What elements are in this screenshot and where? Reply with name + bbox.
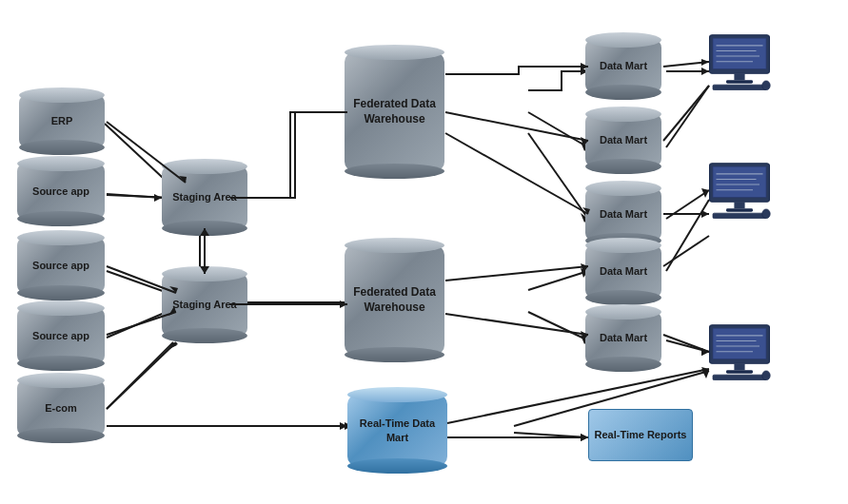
federated-dw-2-cylinder: Federated Data Warehouse (345, 245, 444, 355)
source-app-2-cylinder: Source app (17, 238, 105, 293)
svg-line-68 (445, 112, 588, 141)
realtime-dm-label: Real-Time Data Mart (347, 417, 447, 444)
erp-cylinder: ERP (19, 95, 105, 147)
svg-marker-89 (581, 434, 588, 441)
federated-dw-1-cylinder: Federated Data Warehouse (345, 52, 444, 171)
svg-rect-45 (713, 85, 766, 90)
data-mart-5-label: Data Mart (600, 331, 647, 344)
svg-line-80 (445, 314, 588, 335)
realtime-dm-cylinder: Real-Time Data Mart (347, 395, 447, 466)
svg-rect-43 (734, 73, 744, 80)
svg-rect-38 (713, 38, 766, 68)
staging-area-2-label: Staging Area (172, 298, 236, 311)
data-mart-4-label: Data Mart (600, 264, 647, 278)
svg-point-56 (762, 209, 770, 219)
svg-rect-55 (713, 213, 766, 219)
svg-line-82 (663, 236, 709, 266)
staging-area-2-cylinder: Staging Area (162, 274, 247, 336)
source-app-3-label: Source app (32, 329, 89, 342)
svg-rect-54 (726, 208, 753, 212)
data-mart-3-label: Data Mart (600, 207, 647, 221)
svg-line-30 (666, 200, 709, 271)
svg-rect-48 (713, 166, 766, 197)
source-app-3-cylinder: Source app (17, 308, 105, 363)
svg-line-27 (666, 86, 709, 147)
computer-2-icon (706, 162, 773, 219)
computer-1-icon (706, 33, 773, 90)
ecom-label: E-com (45, 401, 77, 415)
svg-marker-85 (340, 422, 347, 430)
svg-line-23 (528, 312, 588, 340)
svg-rect-44 (726, 80, 753, 84)
svg-rect-58 (713, 328, 766, 359)
svg-line-78 (445, 266, 588, 281)
source-app-1-label: Source app (32, 184, 89, 198)
svg-line-31 (666, 340, 709, 352)
federated-dw-2-label: Federated Data Warehouse (345, 285, 444, 315)
svg-point-66 (762, 371, 770, 380)
svg-line-19 (528, 133, 588, 219)
federated-dw-1-label: Federated Data Warehouse (345, 97, 444, 126)
svg-rect-65 (713, 375, 766, 380)
svg-line-21 (528, 271, 588, 290)
source-app-2-label: Source app (32, 259, 89, 272)
data-mart-2-label: Data Mart (600, 133, 647, 146)
svg-line-70 (445, 133, 588, 214)
erp-label: ERP (51, 114, 73, 127)
svg-rect-63 (734, 363, 744, 370)
computer-1 (706, 33, 773, 92)
svg-line-17 (528, 112, 588, 147)
svg-line-101 (107, 342, 176, 409)
svg-marker-96 (154, 194, 162, 202)
data-mart-4-cylinder: Data Mart (585, 245, 661, 298)
realtime-reports-box: Real-Time Reports (588, 409, 693, 461)
data-mart-2-cylinder: Data Mart (585, 114, 661, 166)
svg-rect-53 (734, 202, 744, 208)
svg-line-28 (666, 190, 709, 219)
data-mart-1-label: Data Mart (600, 59, 647, 72)
data-mart-5-cylinder: Data Mart (585, 312, 661, 364)
ecom-cylinder: E-com (17, 380, 105, 436)
svg-point-46 (762, 81, 770, 90)
svg-line-8 (107, 342, 173, 409)
svg-line-83 (663, 335, 709, 352)
svg-line-74 (663, 86, 709, 141)
data-mart-1-cylinder: Data Mart (585, 40, 661, 92)
svg-rect-64 (726, 370, 753, 374)
computer-2 (706, 162, 773, 221)
computer-3-icon (706, 323, 773, 380)
svg-marker-36 (581, 434, 588, 441)
svg-line-95 (107, 194, 162, 198)
data-mart-3-cylinder: Data Mart (585, 188, 661, 241)
diagram: ERP Source app Source app Source app E-c… (0, 0, 848, 504)
source-app-1-cylinder: Source app (17, 164, 105, 219)
svg-marker-102 (169, 342, 178, 348)
staging-area-1-cylinder: Staging Area (162, 166, 247, 228)
realtime-reports-label: Real-Time Reports (595, 428, 687, 441)
computer-3 (706, 323, 773, 382)
svg-line-35 (514, 433, 588, 437)
staging-area-1-label: Staging Area (172, 190, 236, 204)
svg-marker-9 (168, 342, 177, 350)
svg-line-72 (663, 62, 709, 67)
